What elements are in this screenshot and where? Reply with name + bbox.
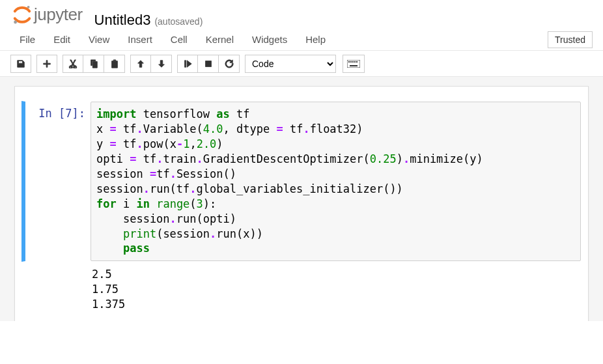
jupyter-logo[interactable]: jupyter [12, 4, 83, 25]
menu-insert[interactable]: Insert [119, 30, 161, 49]
interrupt-button[interactable] [198, 55, 219, 73]
arrow-down-icon [157, 59, 166, 68]
menu-file[interactable]: File [10, 30, 44, 49]
plus-icon [42, 59, 51, 68]
autosave-status: (autosaved) [154, 16, 203, 27]
cut-icon [68, 59, 77, 68]
menu-help[interactable]: Help [296, 30, 335, 49]
svg-rect-4 [348, 61, 350, 63]
svg-rect-7 [354, 61, 356, 63]
notebook-container-bg: In [7]: import tensorflow as tf x = tf.V… [0, 77, 603, 321]
output-row: 2.5 1.75 1.375 [21, 262, 582, 315]
svg-rect-3 [347, 60, 360, 68]
menu-view[interactable]: View [79, 30, 119, 49]
save-icon [16, 59, 25, 68]
menu-bar: File Edit View Insert Cell Kernel Widget… [0, 29, 603, 51]
run-button[interactable] [177, 55, 198, 73]
svg-rect-5 [350, 61, 352, 63]
stop-icon [204, 59, 213, 68]
restart-button[interactable] [219, 55, 240, 73]
jupyter-logo-text: jupyter [34, 5, 83, 25]
cut-button[interactable] [63, 55, 83, 73]
cell-output: 2.5 1.75 1.375 [87, 262, 582, 315]
notebook-container: In [7]: import tensorflow as tf x = tf.V… [14, 86, 589, 321]
restart-icon [225, 59, 234, 68]
command-palette-button[interactable] [343, 55, 365, 73]
copy-button[interactable] [83, 55, 104, 73]
move-up-button[interactable] [130, 55, 151, 73]
code-input-area[interactable]: import tensorflow as tf x = tf.Variable(… [91, 102, 581, 261]
svg-rect-2 [205, 61, 211, 66]
menu-cell[interactable]: Cell [161, 30, 197, 49]
notebook-header: jupyter Untitled3 (autosaved) [0, 0, 603, 29]
input-prompt: In [7]: [25, 102, 91, 261]
menu-widgets[interactable]: Widgets [243, 30, 296, 49]
toolbar: Code [0, 51, 603, 77]
copy-icon [89, 59, 98, 68]
code-cell[interactable]: In [7]: import tensorflow as tf x = tf.V… [21, 101, 582, 262]
keyboard-icon [347, 60, 360, 68]
paste-button[interactable] [104, 55, 125, 73]
svg-rect-6 [352, 61, 354, 63]
menu-kernel[interactable]: Kernel [197, 30, 243, 49]
output-prompt-spacer [21, 262, 87, 315]
add-cell-button[interactable] [36, 55, 57, 73]
svg-point-1 [14, 21, 17, 24]
save-button[interactable] [10, 55, 31, 73]
menu-edit[interactable]: Edit [44, 30, 79, 49]
notebook-title[interactable]: Untitled3 [94, 12, 151, 29]
move-down-button[interactable] [151, 55, 172, 73]
jupyter-logo-icon [12, 4, 33, 25]
cell-type-select[interactable]: Code [245, 55, 336, 73]
svg-rect-9 [350, 65, 358, 66]
trusted-indicator[interactable]: Trusted [548, 31, 593, 48]
run-icon [183, 59, 192, 68]
paste-icon [110, 59, 119, 68]
svg-rect-8 [356, 61, 358, 63]
arrow-up-icon [136, 59, 145, 68]
